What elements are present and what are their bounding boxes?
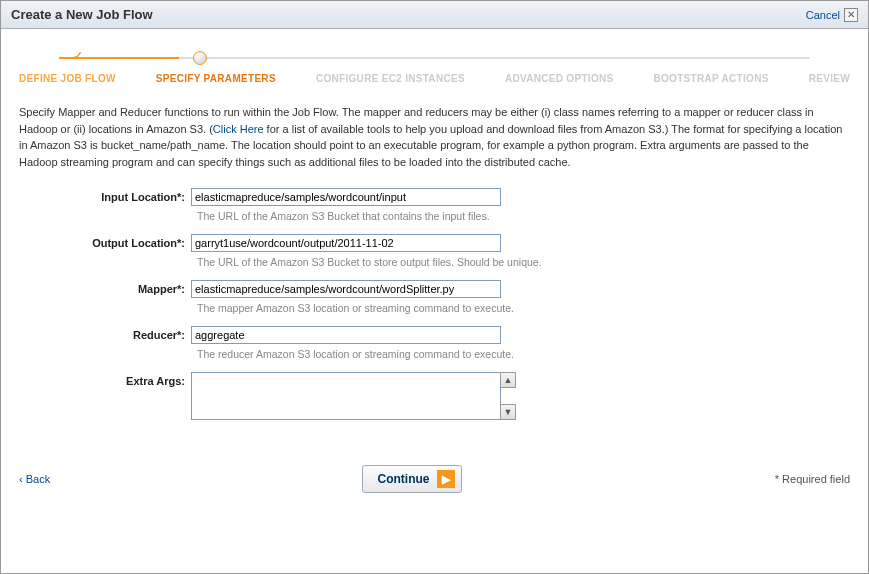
footer: ‹ Back Continue ▶ * Required field <box>1 455 868 503</box>
content-area: Specify Mapper and Reducer functions to … <box>1 92 868 436</box>
help-mapper: The mapper Amazon S3 location or streami… <box>197 302 850 314</box>
intro-text: Specify Mapper and Reducer functions to … <box>19 104 850 170</box>
back-link[interactable]: ‹ Back <box>19 473 50 485</box>
cancel-link[interactable]: Cancel <box>806 9 840 21</box>
required-field-note: * Required field <box>775 473 850 485</box>
row-mapper: Mapper*: <box>19 280 850 298</box>
label-extra-args: Extra Args: <box>19 372 191 420</box>
step-labels: DEFINE JOB FLOW SPECIFY PARAMETERS CONFI… <box>19 73 850 84</box>
reducer-field[interactable] <box>191 326 501 344</box>
click-here-link[interactable]: Click Here <box>213 123 264 135</box>
label-input-location: Input Location*: <box>19 188 191 206</box>
help-output-location: The URL of the Amazon S3 Bucket to store… <box>197 256 850 268</box>
extra-args-field[interactable] <box>191 372 501 420</box>
input-location-field[interactable] <box>191 188 501 206</box>
row-input-location: Input Location*: <box>19 188 850 206</box>
scroll-up-icon[interactable]: ▲ <box>500 372 516 388</box>
row-output-location: Output Location*: <box>19 234 850 252</box>
label-mapper: Mapper*: <box>19 280 191 298</box>
step-track: ✓ <box>19 49 850 69</box>
step-bootstrap-actions: BOOTSTRAP ACTIONS <box>654 73 769 84</box>
mapper-field[interactable] <box>191 280 501 298</box>
dialog-header: Create a New Job Flow Cancel ✕ <box>1 1 868 29</box>
continue-button[interactable]: Continue ▶ <box>362 465 462 493</box>
step-specify-parameters[interactable]: SPECIFY PARAMETERS <box>156 73 276 84</box>
label-reducer: Reducer*: <box>19 326 191 344</box>
help-input-location: The URL of the Amazon S3 Bucket that con… <box>197 210 850 222</box>
label-output-location: Output Location*: <box>19 234 191 252</box>
dialog-title: Create a New Job Flow <box>11 7 153 22</box>
step-current-icon <box>193 51 207 65</box>
step-advanced-options: ADVANCED OPTIONS <box>505 73 614 84</box>
row-reducer: Reducer*: <box>19 326 850 344</box>
arrow-right-icon: ▶ <box>437 470 455 488</box>
row-extra-args: Extra Args: ▲ ▼ <box>19 372 850 420</box>
step-check-icon: ✓ <box>73 49 83 63</box>
step-configure-ec2: CONFIGURE EC2 INSTANCES <box>316 73 465 84</box>
output-location-field[interactable] <box>191 234 501 252</box>
header-actions: Cancel ✕ <box>806 8 858 22</box>
step-review: REVIEW <box>809 73 850 84</box>
extra-args-scroll: ▲ ▼ <box>500 372 516 420</box>
continue-label: Continue <box>377 472 429 486</box>
wizard-dialog: Create a New Job Flow Cancel ✕ ✓ DEFINE … <box>0 0 869 574</box>
help-reducer: The reducer Amazon S3 location or stream… <box>197 348 850 360</box>
close-icon[interactable]: ✕ <box>844 8 858 22</box>
step-define-job-flow[interactable]: DEFINE JOB FLOW <box>19 73 116 84</box>
wizard-steps: ✓ DEFINE JOB FLOW SPECIFY PARAMETERS CON… <box>1 29 868 92</box>
scroll-down-icon[interactable]: ▼ <box>500 404 516 420</box>
